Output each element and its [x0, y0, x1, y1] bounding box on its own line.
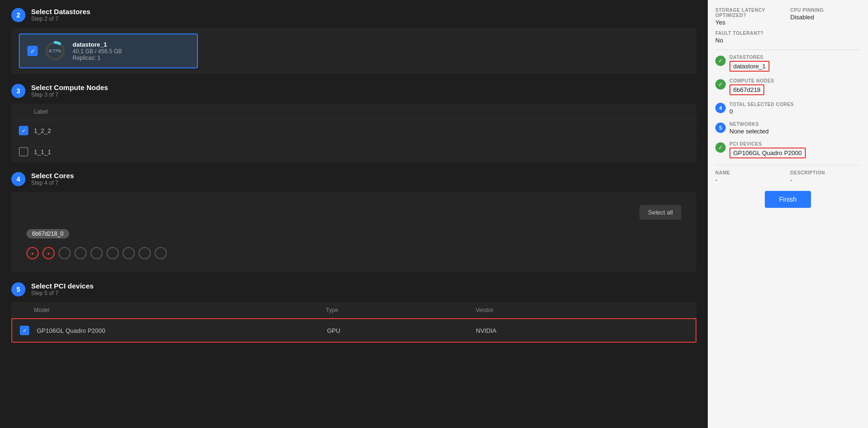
node-2-label: 1_1_1 [34, 148, 51, 156]
description-label: DESCRIPTION [790, 170, 860, 175]
sidebar-name: NAME - [715, 170, 786, 183]
cpu-pinning-label: CPU PINNING [790, 8, 860, 13]
node-tag: 6b67d218_0 [26, 229, 69, 239]
pci-devices-label: PCI DEVICES [729, 141, 806, 147]
fault-tolerant-value: No [715, 37, 860, 44]
sidebar-pci-devices-row: ✓ PCI DEVICES GP106GL Quadro P2000 [715, 141, 860, 158]
finish-button[interactable]: Finish [765, 191, 811, 208]
step-3-subtitle: Step 3 of 7 [31, 91, 108, 98]
description-value: - [790, 176, 860, 183]
total-cores-num-icon: 4 [715, 103, 726, 113]
core-circle[interactable] [58, 247, 71, 259]
pci-table: Model Type Vendor ✓ GP106GL Quadro P2000… [11, 302, 696, 343]
pci-table-header: Model Type Vendor [11, 302, 696, 318]
step-2-subtitle: Step 2 of 7 [31, 16, 90, 22]
step-2-body: ✓ 8.77% datastore_1 40.1 GB / 456.5 GB R… [11, 28, 696, 74]
step-5-badge: 5 [11, 282, 25, 296]
sidebar-storage-latency: STORAGE LATENCY OPTIMIZED? Yes [715, 8, 786, 26]
step-4-subtitle: Step 4 of 7 [31, 180, 74, 186]
step-5-title: Select PCI devices [31, 282, 94, 290]
compute-nodes-check-icon: ✓ [715, 79, 726, 90]
step-2-badge: 2 [11, 8, 25, 22]
step-2-title: Select Datastores [31, 8, 90, 16]
storage-latency-value: Yes [715, 19, 786, 26]
sidebar-pci-devices-content: PCI DEVICES GP106GL Quadro P2000 [729, 141, 806, 158]
step-4-header: 4 Select Cores Step 4 of 7 [11, 172, 696, 186]
pci-type-header: Type [326, 307, 468, 313]
total-cores-label: TOTAL SELECTED CORES [729, 102, 794, 107]
sidebar-datastores-row: ✓ DATASTORES datastore_1 [715, 55, 860, 72]
cores-container: Select all 6b67d218_0 ● ● [19, 198, 689, 267]
core-circle[interactable] [155, 247, 167, 259]
step-3-section: 3 Select Compute Nodes Step 3 of 7 Label… [11, 83, 696, 162]
pci-vendor-header: Vendor [475, 307, 689, 313]
pci-model-header: Model [34, 307, 319, 313]
core-circles: ● ● [26, 247, 681, 259]
compute-nodes-value: 6b67d218 [729, 84, 764, 95]
label-col-header: Label [34, 108, 48, 115]
pci-devices-check-icon: ✓ [715, 142, 726, 153]
compute-nodes-header: Label [11, 104, 696, 120]
storage-latency-label: STORAGE LATENCY OPTIMIZED? [715, 8, 786, 18]
table-row[interactable]: ✓ 1_2_2 [11, 120, 696, 141]
core-circle[interactable] [74, 247, 87, 259]
sidebar: STORAGE LATENCY OPTIMIZED? Yes CPU PINNI… [708, 0, 868, 428]
name-label: NAME [715, 170, 786, 175]
step-4-body: Select all 6b67d218_0 ● ● [11, 192, 696, 272]
compute-nodes-label: COMPUTE NODES [729, 78, 774, 83]
datastores-value: datastore_1 [729, 61, 770, 72]
step-5-section: 5 Select PCI devices Step 5 of 7 Model T… [11, 282, 696, 343]
fault-tolerant-label: FAULT TOLERANT? [715, 31, 860, 36]
core-circle[interactable] [123, 247, 135, 259]
sidebar-description: DESCRIPTION - [790, 170, 860, 183]
core-circle[interactable]: ● [42, 247, 55, 259]
sidebar-compute-nodes-content: COMPUTE NODES 6b67d218 [729, 78, 774, 95]
node-1-checkbox[interactable]: ✓ [19, 126, 28, 135]
datastore-info: datastore_1 40.1 GB / 456.5 GB Replicas:… [73, 41, 122, 61]
donut-label: 8.77% [49, 49, 61, 53]
step-5-subtitle: Step 5 of 7 [31, 290, 94, 296]
datastore-donut: 8.77% [44, 40, 66, 62]
networks-label: NETWORKS [729, 122, 769, 127]
core-circle[interactable]: ● [26, 247, 39, 259]
step-5-header: 5 Select PCI devices Step 5 of 7 [11, 282, 696, 296]
sidebar-total-cores-row: 4 TOTAL SELECTED CORES 0 [715, 102, 860, 115]
sidebar-cpu-pinning: CPU PINNING Disabled [790, 8, 860, 26]
sidebar-compute-nodes-row: ✓ COMPUTE NODES 6b67d218 [715, 78, 860, 95]
cpu-pinning-value: Disabled [790, 14, 860, 21]
sidebar-fault-tolerant: FAULT TOLERANT? No [715, 31, 860, 44]
networks-value: None selected [729, 128, 769, 135]
step-2-section: 2 Select Datastores Step 2 of 7 ✓ 8.77% … [11, 8, 696, 74]
core-circle[interactable] [90, 247, 103, 259]
total-cores-value: 0 [729, 108, 794, 115]
name-value: - [715, 176, 786, 183]
sidebar-datastores-content: DATASTORES datastore_1 [729, 55, 770, 72]
step-3-title: Select Compute Nodes [31, 83, 108, 91]
sidebar-top-grid: STORAGE LATENCY OPTIMIZED? Yes CPU PINNI… [715, 8, 860, 26]
datastore-replicas: Replicas: 1 [73, 55, 122, 61]
node-2-checkbox[interactable] [19, 147, 28, 156]
step-4-section: 4 Select Cores Step 4 of 7 Select all 6b… [11, 172, 696, 272]
sidebar-name-desc-grid: NAME - DESCRIPTION - [715, 170, 860, 183]
pci-model: GP106GL Quadro P2000 [37, 327, 319, 334]
node-1-label: 1_2_2 [34, 127, 51, 134]
datastores-label: DATASTORES [729, 55, 770, 60]
step-3-header: 3 Select Compute Nodes Step 3 of 7 [11, 83, 696, 98]
datastore-size: 40.1 GB / 456.5 GB [73, 48, 122, 55]
step-3-badge: 3 [11, 84, 25, 98]
networks-num-icon: 5 [715, 123, 726, 133]
pci-table-row[interactable]: ✓ GP106GL Quadro P2000 GPU NVIDIA [11, 318, 696, 343]
datastore-card[interactable]: ✓ 8.77% datastore_1 40.1 GB / 456.5 GB R… [19, 33, 198, 68]
pci-type: GPU [327, 327, 468, 334]
table-row[interactable]: 1_1_1 [11, 141, 696, 162]
select-all-button[interactable]: Select all [639, 205, 681, 220]
compute-nodes-table: Label ✓ 1_2_2 1_1_1 [11, 104, 696, 162]
core-circle[interactable] [106, 247, 119, 259]
step-4-badge: 4 [11, 172, 25, 186]
core-circle[interactable] [139, 247, 151, 259]
datastore-checkbox[interactable]: ✓ [27, 46, 38, 56]
step-4-title: Select Cores [31, 172, 74, 180]
pci-devices-value: GP106GL Quadro P2000 [729, 148, 806, 158]
step-2-header: 2 Select Datastores Step 2 of 7 [11, 8, 696, 22]
pci-row-checkbox[interactable]: ✓ [20, 326, 29, 335]
